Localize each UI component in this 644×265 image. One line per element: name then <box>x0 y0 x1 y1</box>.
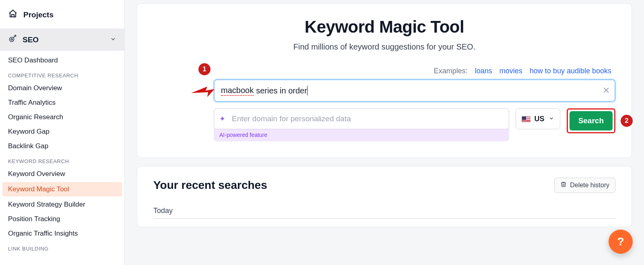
nav-position-tracking[interactable]: Position Tracking <box>0 212 124 226</box>
example-link-3[interactable]: how to buy audible books <box>530 67 611 75</box>
search-button[interactable]: Search <box>570 111 613 130</box>
page-subtitle: Find millions of keyword suggestions for… <box>153 42 615 52</box>
keyword-input[interactable]: macbook series in order <box>214 79 615 102</box>
nav-backlink-gap[interactable]: Backlink Gap <box>0 139 124 153</box>
examples-row: Examples: loans movies how to buy audibl… <box>153 67 615 75</box>
projects-label: Projects <box>23 10 116 19</box>
examples-hint: Examples: <box>434 67 468 75</box>
projects-nav[interactable]: Projects <box>0 4 124 26</box>
ai-note: AI-powered feature <box>214 129 509 138</box>
flag-us-icon <box>522 116 530 122</box>
sidebar: Projects SEO SEO Dashboard COMPETITIVE R… <box>0 0 125 265</box>
nav-keyword-magic-tool[interactable]: Keyword Magic Tool <box>2 182 122 197</box>
svg-marker-2 <box>191 87 215 97</box>
clear-icon[interactable]: ✕ <box>603 85 610 96</box>
delete-history-button[interactable]: Delete history <box>554 178 615 193</box>
keyword-first-word: macbook <box>221 86 254 96</box>
nav-domain-overview[interactable]: Domain Overview <box>0 81 124 95</box>
text-cursor <box>307 86 308 95</box>
seo-group-label: SEO <box>23 35 104 44</box>
recent-today-heading: Today <box>153 207 615 215</box>
chevron-down-icon <box>110 36 116 43</box>
svg-point-0 <box>10 37 14 41</box>
annotation-arrow-icon <box>190 83 215 101</box>
question-icon: ? <box>617 235 624 248</box>
chevron-down-icon <box>549 115 554 123</box>
example-link-2[interactable]: movies <box>500 67 522 75</box>
nav-organic-research[interactable]: Organic Research <box>0 110 124 124</box>
secondary-row: ✦ AI-powered feature US Search <box>214 108 615 141</box>
nav-keyword-overview[interactable]: Keyword Overview <box>0 167 124 181</box>
country-code: US <box>535 115 545 123</box>
keyword-rest: series in order <box>256 86 307 95</box>
page-title: Keyword Magic Tool <box>153 17 615 37</box>
nav-traffic-analytics[interactable]: Traffic Analytics <box>0 95 124 110</box>
keyword-card: Keyword Magic Tool Find millions of keyw… <box>137 3 632 158</box>
section-competitive: COMPETITIVE RESEARCH <box>0 68 124 81</box>
annotation-badge-2: 2 <box>621 115 633 127</box>
divider <box>153 218 615 219</box>
home-icon <box>8 9 18 21</box>
main-content: Keyword Magic Tool Find millions of keyw… <box>125 0 644 265</box>
section-link-building: LINK BUILDING <box>0 241 124 254</box>
nav-keyword-strategy[interactable]: Keyword Strategy Builder <box>0 197 124 212</box>
domain-input[interactable] <box>214 108 509 129</box>
example-link-1[interactable]: loans <box>475 67 492 75</box>
nav-organic-traffic[interactable]: Organic Traffic Insights <box>0 226 124 241</box>
nav-keyword-gap[interactable]: Keyword Gap <box>0 124 124 139</box>
country-select[interactable]: US <box>516 108 560 129</box>
keyword-input-wrap: macbook series in order ✕ 1 <box>214 79 615 102</box>
recent-card: Your recent searches Delete history Toda… <box>137 166 632 227</box>
nav-seo-dashboard[interactable]: SEO Dashboard <box>0 53 124 68</box>
svg-point-1 <box>11 39 12 40</box>
delete-history-label: Delete history <box>570 182 609 189</box>
domain-wrap: ✦ AI-powered feature <box>214 108 509 141</box>
target-icon <box>8 34 17 45</box>
section-keyword: KEYWORD RESEARCH <box>0 153 124 167</box>
search-highlight: Search 2 <box>567 108 615 133</box>
help-fab[interactable]: ? <box>609 230 633 254</box>
seo-group-toggle[interactable]: SEO <box>0 29 124 51</box>
sparkle-icon: ✦ <box>219 114 225 123</box>
recent-title: Your recent searches <box>153 179 267 192</box>
trash-icon <box>560 181 567 189</box>
